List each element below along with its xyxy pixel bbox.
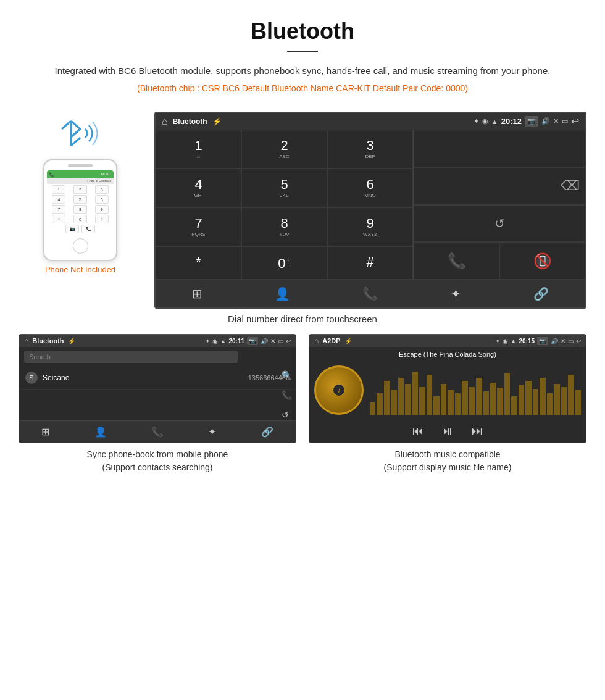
dialpad-display: ⌫ ↺ 📞 📵: [414, 130, 585, 280]
pb-search-side-icon[interactable]: 🔍: [282, 370, 292, 380]
pb-search-input[interactable]: Search: [24, 351, 238, 363]
music-back-icon[interactable]: ↩: [576, 338, 581, 344]
pb-contact-initial: S: [25, 372, 38, 384]
bt-icon: ✦: [474, 117, 479, 125]
pb-bt-bottom-icon[interactable]: ✦: [208, 426, 216, 438]
usb-icon: ⚡: [212, 117, 222, 126]
music-eq-area: [370, 365, 581, 415]
pb-home-icon[interactable]: ⌂: [24, 336, 28, 345]
bluetooth-bottom-icon[interactable]: ✦: [451, 286, 461, 301]
dial-key-8[interactable]: 8 TUV: [241, 207, 327, 246]
eq-bar: [504, 373, 510, 415]
pb-link-icon[interactable]: 🔗: [261, 426, 273, 438]
eq-bar: [561, 387, 567, 415]
pb-call-side-icon[interactable]: 📞: [282, 390, 292, 400]
music-x-icon[interactable]: ✕: [561, 338, 565, 344]
refresh-button[interactable]: ↺: [414, 205, 585, 243]
eq-bar: [398, 378, 404, 415]
hangup-button[interactable]: 📵: [499, 243, 585, 280]
phone-screen: 📞 M:20 + Add to Contacts 1 2 3 4 5 6: [47, 170, 114, 236]
location-icon: ◉: [482, 117, 488, 125]
pb-signal-icon: ▲: [220, 338, 227, 344]
music-camera-icon[interactable]: 📷: [537, 337, 548, 345]
camera-icon[interactable]: 📷: [525, 116, 538, 127]
music-vol-icon[interactable]: 🔊: [551, 338, 558, 344]
phone-speaker: [68, 164, 93, 167]
car-statusbar: ⌂ Bluetooth ⚡ ✦ ◉ ▲ 20:12 📷 🔊 ✕ ▭ ↩: [156, 113, 585, 130]
music-time: 20:15: [519, 338, 535, 344]
bluetooth-signal-icon: [56, 112, 105, 152]
pb-camera-icon[interactable]: 📷: [247, 337, 258, 345]
eq-bar: [575, 390, 581, 415]
pb-win-icon[interactable]: ▭: [278, 338, 283, 344]
eq-bar: [483, 391, 489, 415]
eq-bar: [525, 381, 531, 415]
phone-dialpad: 1 2 3 4 5 6 7 8 9 *: [47, 184, 114, 236]
time-display: 20:12: [501, 117, 522, 126]
dial-key-4[interactable]: 4 GHI: [156, 169, 241, 207]
car-screen-bottombar: ⊞ 👤 📞 ✦ 🔗: [156, 280, 585, 307]
home-icon[interactable]: ⌂: [162, 116, 168, 127]
pb-vol-icon[interactable]: 🔊: [261, 338, 268, 344]
pb-bt-icon: ✦: [205, 338, 210, 344]
eq-bar: [448, 390, 453, 415]
music-controls: ⏮ ⏯ ⏭: [309, 420, 586, 443]
phone-screen-header: 📞 M:20: [47, 170, 114, 178]
pb-refresh-side-icon[interactable]: ↺: [282, 410, 292, 420]
play-pause-icon[interactable]: ⏯: [442, 425, 453, 438]
dialpad-area: 1 ⌂ 2 ABC 3 DEF 4 GHI 5 JKL: [156, 130, 585, 280]
dial-key-star[interactable]: *: [156, 246, 241, 280]
pb-contacts-icon[interactable]: 👤: [94, 426, 107, 438]
dial-key-2[interactable]: 2 ABC: [241, 130, 327, 169]
pb-x-icon[interactable]: ✕: [270, 338, 275, 344]
pb-contact-name: Seicane: [43, 373, 248, 382]
pb-dialpad-icon[interactable]: ⊞: [41, 426, 49, 438]
eq-bar: [511, 396, 517, 415]
link-bottom-icon[interactable]: 🔗: [533, 286, 549, 301]
eq-bar: [540, 378, 545, 415]
backspace-button[interactable]: ⌫: [414, 167, 585, 205]
eq-bar: [554, 384, 559, 415]
dial-key-9[interactable]: 9 WXYZ: [327, 207, 413, 246]
music-signal-icon: ▲: [511, 338, 517, 344]
contacts-bottom-icon[interactable]: 👤: [275, 286, 290, 301]
dialpad-bottom-icon[interactable]: ⊞: [192, 286, 202, 301]
phone-home-button: [73, 238, 88, 254]
pb-usb-icon: ⚡: [68, 338, 75, 344]
dial-key-5[interactable]: 5 JKL: [241, 169, 327, 207]
dial-key-6[interactable]: 6 MNO: [327, 169, 413, 207]
car-screen-large: ⌂ Bluetooth ⚡ ✦ ◉ ▲ 20:12 📷 🔊 ✕ ▭ ↩: [154, 112, 586, 309]
eq-bar: [370, 402, 375, 415]
eq-bar: [427, 375, 432, 415]
call-button[interactable]: 📞: [414, 243, 499, 280]
pb-time: 20:11: [228, 338, 244, 344]
back-icon[interactable]: ↩: [571, 115, 579, 127]
close-icon[interactable]: ✕: [553, 117, 559, 125]
page-header: Bluetooth Integrated with BC6 Bluetooth …: [0, 0, 605, 112]
page-description: Integrated with BC6 Bluetooth module, su…: [37, 64, 568, 78]
pb-phone-icon[interactable]: 📞: [151, 426, 164, 438]
pb-contact-row[interactable]: S Seicane 13566664466: [19, 367, 296, 390]
volume-icon[interactable]: 🔊: [541, 117, 550, 125]
phone-bottom-icon[interactable]: 📞: [362, 286, 378, 301]
signal-icon: ▲: [491, 118, 498, 125]
eq-bar: [412, 372, 418, 415]
pb-back-icon[interactable]: ↩: [286, 338, 291, 344]
dial-key-3[interactable]: 3 DEF: [327, 130, 413, 169]
dial-key-7[interactable]: 7 PQRS: [156, 207, 241, 246]
next-track-icon[interactable]: ⏭: [472, 425, 483, 438]
music-home-icon[interactable]: ⌂: [314, 336, 319, 345]
dial-key-0[interactable]: 0+: [241, 246, 327, 280]
music-title-row: Escape (The Pina Colada Song): [309, 347, 586, 360]
music-win-icon[interactable]: ▭: [568, 338, 574, 344]
bottom-phonebook: ⌂ Bluetooth ⚡ ✦ ◉ ▲ 20:11 📷 🔊 ✕ ▭ ↩: [19, 334, 296, 474]
eq-bar: [490, 383, 496, 415]
dial-key-hash[interactable]: #: [327, 246, 413, 280]
prev-track-icon[interactable]: ⏮: [412, 425, 424, 438]
eq-bar: [419, 387, 425, 415]
music-album-inner: ♪: [333, 384, 345, 396]
dial-key-1[interactable]: 1 ⌂: [156, 130, 241, 169]
window-icon[interactable]: ▭: [562, 117, 568, 125]
music-album-area: ♪: [309, 360, 586, 420]
eq-bar: [568, 375, 574, 415]
